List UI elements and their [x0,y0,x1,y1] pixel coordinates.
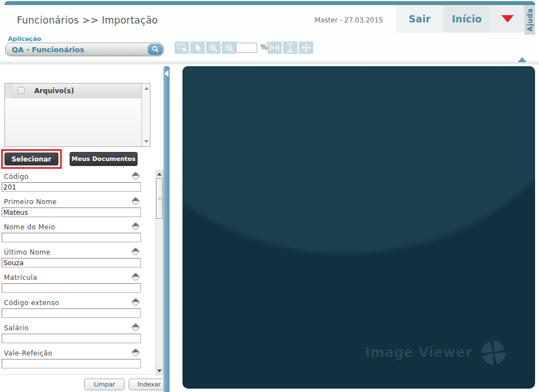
form-field: Matrícula [2,272,142,297]
field-label: Primeiro Nome [4,198,57,206]
file-list-header: Arquivo(s) [5,84,141,98]
field-input[interactable] [2,308,141,318]
tag-diamond-icon[interactable] [131,222,140,231]
form-scroll-down-icon[interactable] [156,367,163,375]
form-field: Vale-Refeição [2,348,142,373]
form-scroll-up-icon[interactable] [156,170,163,178]
form-field: Último Nome [2,247,142,272]
zoom-in-icon [209,43,218,53]
fit-width-button[interactable] [267,41,282,54]
file-list-scrollbar[interactable] [141,84,150,146]
ajuda-label: Ajuda [526,8,534,31]
form-divider [0,374,152,375]
field-input[interactable] [2,233,141,242]
field-input[interactable] [2,182,141,192]
scroll-up-icon[interactable] [144,87,149,90]
scroll-grip [158,197,162,198]
form-scroll-thumb[interactable] [156,178,163,219]
form-field: Código [2,171,142,196]
zoom-percent-input[interactable] [236,43,257,53]
form-field: Nome do Meio [2,222,142,247]
select-all-checkbox[interactable] [17,87,25,94]
header-spacer [158,5,314,35]
panel-splitter[interactable] [163,66,170,392]
annotation-highlight-box: Selecionar [1,149,62,169]
tag-diamond-icon[interactable] [131,247,140,256]
field-label: Matrícula [4,274,37,282]
fit-page-button[interactable] [299,41,313,54]
aperture-logo-icon [479,338,508,367]
form-scrollbar[interactable] [156,170,163,375]
fit-height-button[interactable] [283,41,298,54]
file-list-gutter [5,84,12,98]
fit-page-icon [301,43,311,53]
meus-documentos-button[interactable]: Meus Documentos [70,152,138,166]
form-field: Salário [2,322,142,348]
tag-diamond-icon[interactable] [131,298,140,307]
tag-diamond-icon[interactable] [131,172,140,181]
collapse-toolbar-icon[interactable] [518,57,527,62]
limpar-button[interactable]: Limpar [84,379,125,390]
field-label: Salário [4,324,29,332]
application-select-value: QA - Funcionários [12,45,148,54]
tag-diamond-icon[interactable] [131,348,140,357]
field-input[interactable] [2,258,141,268]
file-list-title: Arquivo(s) [34,87,74,95]
application-select[interactable]: QA - Funcionários [5,43,164,56]
search-icon [152,45,159,53]
marquee-zoom-button[interactable] [175,41,189,54]
fit-width-icon [270,43,280,52]
breadcrumb-title: Funcionários >> Importação [17,15,158,26]
top-accent-strip [4,1,535,5]
image-viewer-panel: Image Viewer [182,66,535,389]
field-input[interactable] [2,334,141,343]
watermark-text: Image Viewer [365,345,472,361]
collapse-panel-icon[interactable] [165,70,168,77]
pointer-icon [193,43,202,52]
inicio-label: Início [452,13,482,25]
sair-button[interactable]: Sair [396,5,443,33]
file-list-box: Arquivo(s) [4,83,150,147]
percent-label: % [261,43,267,51]
pointer-button[interactable] [190,41,205,54]
field-label: Código [4,173,29,181]
sair-label: Sair [409,13,431,25]
form-field: Código extenso [2,297,142,322]
marquee-zoom-icon [177,43,187,52]
tag-diamond-icon[interactable] [131,197,140,206]
zoom-in-button[interactable] [206,41,221,54]
red-triangle-icon [501,15,514,22]
menu-dropdown-button[interactable] [491,5,524,33]
toolbar: Aplicação QA - Funcionários [4,35,535,59]
viewer-watermark: Image Viewer [365,338,508,367]
app-window: Funcionários >> Importação Master - 27.0… [0,0,539,392]
fit-height-icon [286,43,295,53]
header-bar: Funcionários >> Importação Master - 27.0… [4,5,535,35]
field-label: Nome do Meio [4,223,55,231]
selecionar-button[interactable]: Selecionar [4,153,58,165]
aplicacao-label: Aplicação [8,35,41,43]
field-label: Último Nome [4,248,51,256]
tag-diamond-icon[interactable] [131,273,140,282]
scroll-down-icon[interactable] [144,140,149,143]
field-label: Código extenso [4,299,60,307]
zoom-out-button[interactable] [222,41,236,54]
user-and-date: Master - 27.03.2015 [314,16,383,24]
field-input[interactable] [2,283,141,293]
field-label: Vale-Refeição [4,349,52,357]
form-fields: Código Primeiro Nome Nome do Meio Último… [2,171,142,373]
zoom-out-icon [225,43,234,53]
viewer-gradient-arc [182,66,535,257]
field-input[interactable] [2,359,141,368]
tag-diamond-icon[interactable] [131,323,140,332]
ajuda-tab[interactable]: Ajuda [524,5,535,35]
inicio-button[interactable]: Início [443,5,491,33]
field-input[interactable] [2,207,141,217]
search-button[interactable] [148,44,163,55]
form-field: Primeiro Nome [2,196,142,222]
toolbar-divider [0,59,539,64]
